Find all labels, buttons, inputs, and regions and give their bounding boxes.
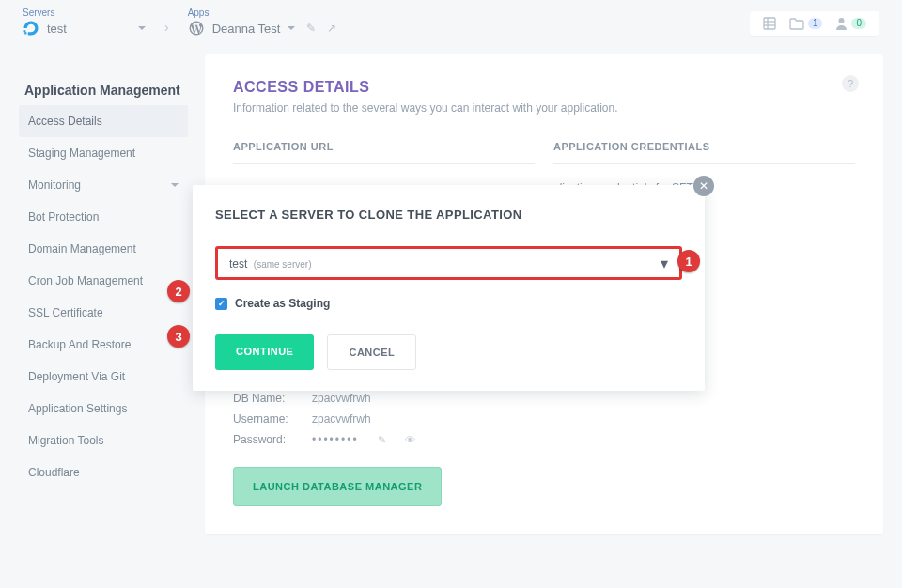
sidebar: Application Management Access Details St… (19, 54, 188, 534)
apps-label: Apps (188, 8, 337, 18)
staging-checkbox-row[interactable]: ✓ Create as Staging (215, 297, 682, 310)
external-link-icon[interactable]: ↗ (327, 22, 336, 35)
sidebar-heading: Application Management (24, 83, 188, 98)
top-actions: 1 0 (750, 11, 879, 36)
annotation-marker-2: 2 (167, 280, 190, 302)
app-selector[interactable]: Apps Deanna Test ✎ ↗ (188, 8, 337, 37)
app-creds-label: APPLICATION CREDENTIALS (553, 141, 855, 152)
server-name: test (47, 22, 67, 36)
sidebar-item-ssl[interactable]: SSL Certificate (19, 297, 188, 329)
servers-label: Servers (23, 8, 146, 18)
launch-db-button[interactable]: LAUNCH DATABASE MANAGER (233, 467, 442, 506)
page-title: ACCESS DETAILS (233, 79, 855, 96)
close-icon[interactable]: ✕ (693, 176, 714, 196)
sidebar-item-backup[interactable]: Backup And Restore (19, 329, 188, 361)
svg-point-4 (839, 18, 845, 23)
select-note: (same server) (254, 259, 312, 270)
edit-icon[interactable]: ✎ (306, 22, 316, 35)
chevron-down-icon (171, 183, 179, 187)
chevron-right-icon: › (164, 20, 169, 35)
sidebar-item-staging[interactable]: Staging Management (19, 137, 188, 169)
folder-icon[interactable]: 1 (789, 18, 823, 30)
checkbox-label: Create as Staging (235, 297, 330, 310)
caret-down-icon: ▾ (661, 255, 668, 272)
caret-down-icon (138, 26, 146, 30)
db-user-row: Username: zpacvwfrwh (233, 412, 535, 426)
user-badge: 0 (851, 18, 866, 29)
modal-title: SELECT A SERVER TO CLONE THE APPLICATION (215, 208, 682, 222)
wordpress-icon (188, 20, 205, 37)
caret-down-icon (288, 26, 295, 30)
folder-badge: 1 (808, 18, 823, 29)
cancel-button[interactable]: CANCEL (327, 334, 416, 370)
sidebar-item-git[interactable]: Deployment Via Git (19, 361, 188, 393)
top-bar: Servers test › Apps Deanna Test ✎ ↗ (0, 0, 902, 54)
eye-icon[interactable]: 👁 (405, 434, 415, 445)
continue-button[interactable]: CONTINUE (215, 334, 314, 370)
sidebar-item-cron[interactable]: Cron Job Management (19, 265, 188, 297)
help-icon[interactable]: ? (842, 75, 859, 92)
annotation-marker-1: 1 (677, 250, 700, 272)
app-name: Deanna Test (212, 22, 281, 36)
digitalocean-icon (23, 20, 39, 37)
sidebar-item-cloudflare[interactable]: Cloudflare (19, 456, 188, 488)
sidebar-item-settings[interactable]: Application Settings (19, 393, 188, 425)
server-selector[interactable]: Servers test (23, 8, 146, 37)
annotation-marker-3: 3 (167, 325, 190, 348)
edit-icon[interactable]: ✎ (378, 434, 386, 446)
sidebar-item-bot[interactable]: Bot Protection (19, 201, 188, 233)
user-icon[interactable]: 0 (835, 17, 866, 30)
breadcrumb: Servers test › Apps Deanna Test ✎ ↗ (23, 8, 336, 37)
page-subtitle: Information related to the several ways … (233, 101, 855, 115)
sidebar-item-access-details[interactable]: Access Details (19, 105, 188, 137)
sidebar-item-migration[interactable]: Migration Tools (19, 425, 188, 456)
checkbox-checked-icon[interactable]: ✓ (215, 298, 227, 310)
grid-icon[interactable] (763, 17, 776, 30)
server-select[interactable]: test (same server) ▾ (215, 246, 682, 280)
sidebar-item-monitoring[interactable]: Monitoring (19, 169, 188, 201)
db-pass-row: Password: •••••••• ✎ 👁 (233, 433, 535, 446)
clone-modal: ✕ SELECT A SERVER TO CLONE THE APPLICATI… (193, 185, 705, 391)
svg-rect-0 (764, 18, 775, 29)
select-value: test (229, 257, 247, 271)
sidebar-item-domain[interactable]: Domain Management (19, 233, 188, 265)
app-url-label: APPLICATION URL (233, 141, 535, 152)
db-name-row: DB Name: zpacvwfrwh (233, 392, 535, 405)
